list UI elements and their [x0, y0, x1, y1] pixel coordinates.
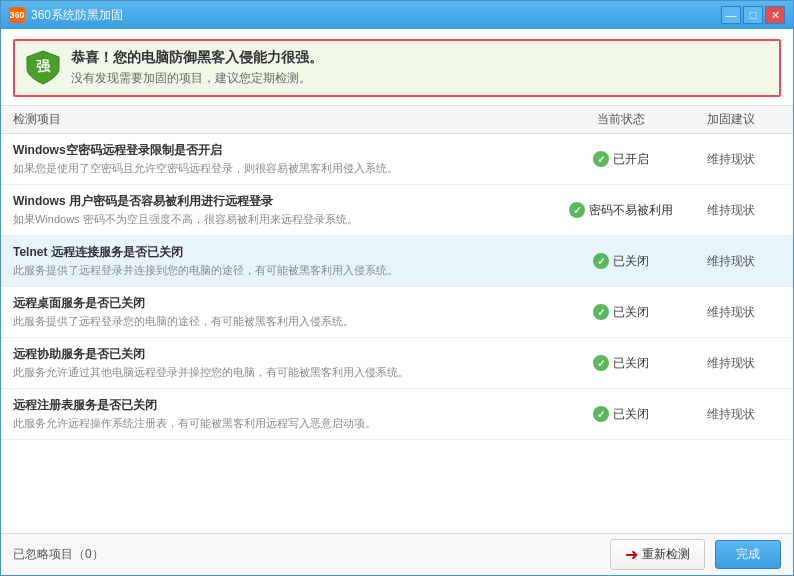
status-check-icon-1	[569, 202, 585, 218]
banner-content: 恭喜！您的电脑防御黑客入侵能力很强。 没有发现需要加固的项目，建议您定期检测。	[71, 49, 769, 87]
table-row: Windows 用户密码是否容易被利用进行远程登录 如果Windows 密码不为…	[1, 185, 793, 236]
svg-text:强: 强	[36, 58, 51, 74]
item-info-5: 远程注册表服务是否已关闭 此服务允许远程操作系统注册表，有可能被黑客利用远程写入…	[13, 397, 561, 431]
window-title: 360系统防黑加固	[31, 7, 721, 24]
title-bar: 360 360系统防黑加固 — □ ✕	[1, 1, 793, 29]
item-advice-3: 维持现状	[681, 304, 781, 321]
item-info-4: 远程协助服务是否已关闭 此服务允许通过其他电脑远程登录并操控您的电脑，有可能被黑…	[13, 346, 561, 380]
footer-buttons: ➜ 重新检测 完成	[610, 539, 781, 570]
col-header-name: 检测项目	[13, 111, 561, 128]
item-advice-2: 维持现状	[681, 253, 781, 270]
item-info-3: 远程桌面服务是否已关闭 此服务提供了远程登录您的电脑的途径，有可能被黑客利用入侵…	[13, 295, 561, 329]
item-advice-1: 维持现状	[681, 202, 781, 219]
result-banner: 强 恭喜！您的电脑防御黑客入侵能力很强。 没有发现需要加固的项目，建议您定期检测…	[13, 39, 781, 97]
refresh-label: 重新检测	[642, 546, 690, 563]
item-status-4: 已关闭	[561, 355, 681, 372]
refresh-button[interactable]: ➜ 重新检测	[610, 539, 705, 570]
col-header-status: 当前状态	[561, 111, 681, 128]
status-check-icon-4	[593, 355, 609, 371]
item-status-0: 已开启	[561, 151, 681, 168]
col-header-advice: 加固建议	[681, 111, 781, 128]
banner-subtitle: 没有发现需要加固的项目，建议您定期检测。	[71, 70, 769, 87]
item-advice-5: 维持现状	[681, 406, 781, 423]
item-info-1: Windows 用户密码是否容易被利用进行远程登录 如果Windows 密码不为…	[13, 193, 561, 227]
shield-icon: 强	[25, 49, 61, 85]
footer: 已忽略项目（0） ➜ 重新检测 完成	[1, 533, 793, 575]
item-status-3: 已关闭	[561, 304, 681, 321]
table-row: Windows空密码远程登录限制是否开启 如果您是使用了空密码且允许空密码远程登…	[1, 134, 793, 185]
item-title-4: 远程协助服务是否已关闭	[13, 346, 561, 363]
minimize-button[interactable]: —	[721, 6, 741, 24]
status-check-icon-2	[593, 253, 609, 269]
item-desc-1: 如果Windows 密码不为空且强度不高，很容易被利用来远程登录系统。	[13, 212, 561, 227]
item-status-2: 已关闭	[561, 253, 681, 270]
table-row: 远程协助服务是否已关闭 此服务允许通过其他电脑远程登录并操控您的电脑，有可能被黑…	[1, 338, 793, 389]
status-check-icon-3	[593, 304, 609, 320]
item-status-1: 密码不易被利用	[561, 202, 681, 219]
arrow-icon: ➜	[625, 545, 638, 564]
table-row: Telnet 远程连接服务是否已关闭 此服务提供了远程登录并连接到您的电脑的途径…	[1, 236, 793, 287]
item-title-1: Windows 用户密码是否容易被利用进行远程登录	[13, 193, 561, 210]
table-row: 远程注册表服务是否已关闭 此服务允许远程操作系统注册表，有可能被黑客利用远程写入…	[1, 389, 793, 440]
status-check-icon-5	[593, 406, 609, 422]
item-title-0: Windows空密码远程登录限制是否开启	[13, 142, 561, 159]
item-advice-4: 维持现状	[681, 355, 781, 372]
item-advice-0: 维持现状	[681, 151, 781, 168]
finish-button[interactable]: 完成	[715, 540, 781, 569]
item-desc-3: 此服务提供了远程登录您的电脑的途径，有可能被黑客利用入侵系统。	[13, 314, 561, 329]
item-desc-4: 此服务允许通过其他电脑远程登录并操控您的电脑，有可能被黑客利用入侵系统。	[13, 365, 561, 380]
banner-title: 恭喜！您的电脑防御黑客入侵能力很强。	[71, 49, 769, 67]
table-row: 远程桌面服务是否已关闭 此服务提供了远程登录您的电脑的途径，有可能被黑客利用入侵…	[1, 287, 793, 338]
table-header: 检测项目 当前状态 加固建议	[1, 105, 793, 134]
maximize-button[interactable]: □	[743, 6, 763, 24]
ignored-label: 已忽略项目（0）	[13, 546, 610, 563]
item-title-2: Telnet 远程连接服务是否已关闭	[13, 244, 561, 261]
status-check-icon-0	[593, 151, 609, 167]
item-info-2: Telnet 远程连接服务是否已关闭 此服务提供了远程登录并连接到您的电脑的途径…	[13, 244, 561, 278]
item-info-0: Windows空密码远程登录限制是否开启 如果您是使用了空密码且允许空密码远程登…	[13, 142, 561, 176]
item-title-3: 远程桌面服务是否已关闭	[13, 295, 561, 312]
item-title-5: 远程注册表服务是否已关闭	[13, 397, 561, 414]
close-button[interactable]: ✕	[765, 6, 785, 24]
item-desc-2: 此服务提供了远程登录并连接到您的电脑的途径，有可能被黑客利用入侵系统。	[13, 263, 561, 278]
content-area[interactable]: Windows空密码远程登录限制是否开启 如果您是使用了空密码且允许空密码远程登…	[1, 134, 793, 533]
item-desc-0: 如果您是使用了空密码且允许空密码远程登录，则很容易被黑客利用侵入系统。	[13, 161, 561, 176]
app-icon: 360	[9, 7, 25, 23]
window-controls: — □ ✕	[721, 6, 785, 24]
main-window: 360 360系统防黑加固 — □ ✕ 强 恭喜！您的电脑防御黑客入侵能力很强。…	[0, 0, 794, 576]
item-status-5: 已关闭	[561, 406, 681, 423]
item-desc-5: 此服务允许远程操作系统注册表，有可能被黑客利用远程写入恶意启动项。	[13, 416, 561, 431]
